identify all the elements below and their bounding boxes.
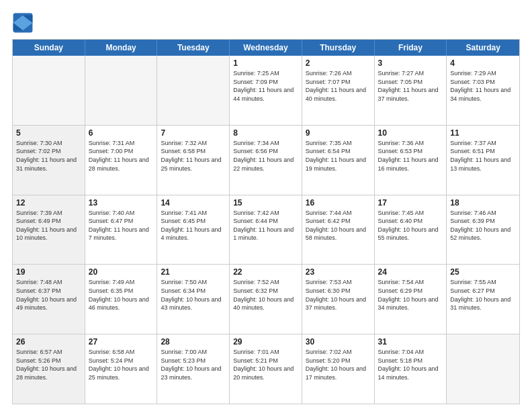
calendar-cell: 27Sunrise: 6:58 AM Sunset: 5:24 PM Dayli… [85, 334, 158, 404]
day-number: 30 [306, 337, 371, 347]
calendar-row-1: 5Sunrise: 7:30 AM Sunset: 7:02 PM Daylig… [13, 125, 519, 195]
day-number: 28 [161, 337, 226, 347]
calendar-cell: 7Sunrise: 7:32 AM Sunset: 6:58 PM Daylig… [157, 126, 230, 195]
calendar-cell: 16Sunrise: 7:44 AM Sunset: 6:42 PM Dayli… [302, 195, 375, 265]
weekday-header-tuesday: Tuesday [157, 40, 230, 56]
calendar-cell: 14Sunrise: 7:41 AM Sunset: 6:45 PM Dayli… [157, 195, 230, 265]
day-info: Sunrise: 7:34 AM Sunset: 6:56 PM Dayligh… [233, 139, 298, 173]
day-info: Sunrise: 7:00 AM Sunset: 5:23 PM Dayligh… [161, 348, 226, 381]
calendar: SundayMondayTuesdayWednesdayThursdayFrid… [12, 39, 520, 404]
page-header [12, 12, 520, 34]
day-number: 24 [378, 267, 443, 277]
day-number: 4 [450, 58, 516, 68]
calendar-cell: 26Sunrise: 6:57 AM Sunset: 5:26 PM Dayli… [13, 334, 85, 404]
day-info: Sunrise: 7:31 AM Sunset: 7:00 PM Dayligh… [89, 139, 154, 173]
day-number: 6 [89, 128, 154, 138]
day-number: 12 [16, 198, 81, 208]
day-info: Sunrise: 7:42 AM Sunset: 6:44 PM Dayligh… [233, 209, 298, 242]
calendar-cell [157, 56, 230, 125]
weekday-header-thursday: Thursday [302, 40, 375, 56]
logo [12, 12, 36, 34]
calendar-row-3: 19Sunrise: 7:48 AM Sunset: 6:37 PM Dayli… [13, 264, 519, 334]
day-info: Sunrise: 7:04 AM Sunset: 5:18 PM Dayligh… [378, 348, 443, 381]
day-number: 9 [306, 128, 371, 138]
day-number: 14 [161, 198, 226, 208]
calendar-cell [13, 56, 85, 125]
day-info: Sunrise: 7:39 AM Sunset: 6:49 PM Dayligh… [16, 209, 81, 242]
calendar-cell: 13Sunrise: 7:40 AM Sunset: 6:47 PM Dayli… [85, 195, 158, 265]
day-number: 31 [378, 337, 443, 347]
day-info: Sunrise: 6:57 AM Sunset: 5:26 PM Dayligh… [16, 348, 81, 381]
day-info: Sunrise: 7:27 AM Sunset: 7:05 PM Dayligh… [378, 69, 443, 103]
weekday-header-friday: Friday [375, 40, 447, 56]
day-info: Sunrise: 7:29 AM Sunset: 7:03 PM Dayligh… [450, 69, 516, 103]
day-info: Sunrise: 7:54 AM Sunset: 6:29 PM Dayligh… [378, 278, 443, 312]
day-number: 10 [378, 128, 443, 138]
day-number: 8 [233, 128, 298, 138]
day-number: 2 [306, 58, 371, 68]
calendar-row-0: 1Sunrise: 7:25 AM Sunset: 7:09 PM Daylig… [13, 56, 519, 125]
day-info: Sunrise: 7:37 AM Sunset: 6:51 PM Dayligh… [450, 139, 516, 173]
day-info: Sunrise: 7:40 AM Sunset: 6:47 PM Dayligh… [89, 209, 154, 242]
weekday-header-saturday: Saturday [447, 40, 519, 56]
calendar-cell: 12Sunrise: 7:39 AM Sunset: 6:49 PM Dayli… [13, 195, 85, 265]
day-number: 15 [233, 198, 298, 208]
day-info: Sunrise: 7:48 AM Sunset: 6:37 PM Dayligh… [16, 278, 81, 312]
day-number: 17 [378, 198, 443, 208]
calendar-cell: 29Sunrise: 7:01 AM Sunset: 5:21 PM Dayli… [230, 334, 302, 404]
day-number: 16 [306, 198, 371, 208]
day-number: 13 [89, 198, 154, 208]
calendar-cell [447, 334, 519, 404]
day-info: Sunrise: 7:01 AM Sunset: 5:21 PM Dayligh… [233, 348, 298, 381]
calendar-cell: 8Sunrise: 7:34 AM Sunset: 6:56 PM Daylig… [230, 126, 302, 195]
day-number: 23 [306, 267, 371, 277]
day-number: 7 [161, 128, 226, 138]
calendar-cell: 25Sunrise: 7:55 AM Sunset: 6:27 PM Dayli… [447, 265, 519, 334]
day-info: Sunrise: 7:49 AM Sunset: 6:35 PM Dayligh… [89, 278, 154, 312]
calendar-header: SundayMondayTuesdayWednesdayThursdayFrid… [13, 40, 519, 56]
calendar-body: 1Sunrise: 7:25 AM Sunset: 7:09 PM Daylig… [13, 56, 519, 404]
calendar-cell: 1Sunrise: 7:25 AM Sunset: 7:09 PM Daylig… [230, 56, 302, 125]
day-number: 25 [450, 267, 516, 277]
logo-icon [12, 12, 34, 34]
calendar-cell: 20Sunrise: 7:49 AM Sunset: 6:35 PM Dayli… [85, 265, 158, 334]
calendar-cell: 2Sunrise: 7:26 AM Sunset: 7:07 PM Daylig… [302, 56, 375, 125]
calendar-cell: 3Sunrise: 7:27 AM Sunset: 7:05 PM Daylig… [375, 56, 447, 125]
calendar-cell: 22Sunrise: 7:52 AM Sunset: 6:32 PM Dayli… [230, 265, 302, 334]
day-info: Sunrise: 7:55 AM Sunset: 6:27 PM Dayligh… [450, 278, 516, 312]
weekday-header-monday: Monday [85, 40, 158, 56]
day-number: 11 [450, 128, 516, 138]
calendar-cell: 30Sunrise: 7:02 AM Sunset: 5:20 PM Dayli… [302, 334, 375, 404]
calendar-cell: 6Sunrise: 7:31 AM Sunset: 7:00 PM Daylig… [85, 126, 158, 195]
day-info: Sunrise: 7:02 AM Sunset: 5:20 PM Dayligh… [306, 348, 371, 381]
calendar-cell: 5Sunrise: 7:30 AM Sunset: 7:02 PM Daylig… [13, 126, 85, 195]
day-number: 5 [16, 128, 81, 138]
calendar-cell: 18Sunrise: 7:46 AM Sunset: 6:39 PM Dayli… [447, 195, 519, 265]
calendar-row-4: 26Sunrise: 6:57 AM Sunset: 5:26 PM Dayli… [13, 334, 519, 404]
day-number: 3 [378, 58, 443, 68]
day-info: Sunrise: 7:50 AM Sunset: 6:34 PM Dayligh… [161, 278, 226, 312]
calendar-cell: 11Sunrise: 7:37 AM Sunset: 6:51 PM Dayli… [447, 126, 519, 195]
day-info: Sunrise: 7:45 AM Sunset: 6:40 PM Dayligh… [378, 209, 443, 242]
day-number: 21 [161, 267, 226, 277]
day-info: Sunrise: 6:58 AM Sunset: 5:24 PM Dayligh… [89, 348, 154, 381]
day-number: 19 [16, 267, 81, 277]
day-number: 29 [233, 337, 298, 347]
day-number: 20 [89, 267, 154, 277]
calendar-cell: 19Sunrise: 7:48 AM Sunset: 6:37 PM Dayli… [13, 265, 85, 334]
weekday-header-sunday: Sunday [13, 40, 85, 56]
day-number: 27 [89, 337, 154, 347]
calendar-cell [85, 56, 158, 125]
day-info: Sunrise: 7:30 AM Sunset: 7:02 PM Dayligh… [16, 139, 81, 173]
calendar-cell: 21Sunrise: 7:50 AM Sunset: 6:34 PM Dayli… [157, 265, 230, 334]
day-number: 18 [450, 198, 516, 208]
weekday-header-wednesday: Wednesday [230, 40, 302, 56]
day-info: Sunrise: 7:53 AM Sunset: 6:30 PM Dayligh… [306, 278, 371, 312]
day-info: Sunrise: 7:52 AM Sunset: 6:32 PM Dayligh… [233, 278, 298, 312]
calendar-cell: 17Sunrise: 7:45 AM Sunset: 6:40 PM Dayli… [375, 195, 447, 265]
day-info: Sunrise: 7:41 AM Sunset: 6:45 PM Dayligh… [161, 209, 226, 242]
calendar-cell: 9Sunrise: 7:35 AM Sunset: 6:54 PM Daylig… [302, 126, 375, 195]
calendar-page: SundayMondayTuesdayWednesdayThursdayFrid… [0, 0, 532, 411]
day-info: Sunrise: 7:32 AM Sunset: 6:58 PM Dayligh… [161, 139, 226, 173]
day-info: Sunrise: 7:46 AM Sunset: 6:39 PM Dayligh… [450, 209, 516, 242]
